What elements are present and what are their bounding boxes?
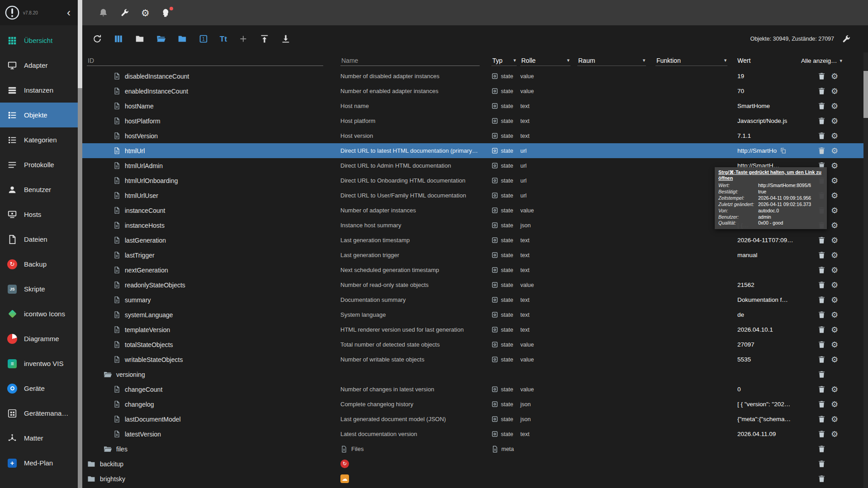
table-row[interactable]: readonlyStateObjectsNumber of read-only … (82, 277, 863, 292)
settings-gear-icon[interactable]: ⚙ (831, 311, 838, 319)
settings-gear-icon[interactable]: ⚙ (831, 326, 838, 334)
sidebar-item-matter[interactable]: Matter (0, 426, 78, 450)
table-scrollbar[interactable] (863, 52, 868, 488)
delete-icon[interactable] (817, 281, 826, 289)
table-row[interactable]: writableStateObjectsNumber of writable s… (82, 352, 863, 367)
table-row[interactable] (82, 486, 863, 488)
delete-icon[interactable] (817, 296, 826, 304)
column-settings-wrench-icon[interactable] (841, 34, 851, 44)
show-names-icon[interactable]: Tt (220, 35, 227, 43)
delete-icon[interactable] (817, 146, 826, 155)
table-row[interactable]: lastGenerationLast generation timestamps… (82, 233, 863, 248)
settings-gear-icon[interactable]: ⚙ (831, 132, 838, 140)
sidebar-item-devicemanager[interactable]: Gerätemanager (0, 401, 78, 426)
delete-icon[interactable] (817, 87, 826, 95)
export-download-icon[interactable] (281, 34, 291, 44)
sidebar-item-devices[interactable]: Geräte (0, 376, 78, 401)
table-row[interactable]: hostPlatformHost platformstatetextJavasc… (82, 113, 863, 128)
settings-gear-icon[interactable]: ⚙ (831, 385, 838, 394)
id-filter-input[interactable] (87, 56, 323, 66)
delete-icon[interactable] (817, 266, 826, 274)
sidebar-item-hosts[interactable]: Hosts (0, 202, 78, 227)
function-filter-select[interactable]: Funktion▾ (656, 56, 727, 66)
table-row[interactable]: totalStateObjectsTotal number of detecte… (82, 337, 863, 352)
settings-gear-icon[interactable]: ⚙ (831, 72, 838, 80)
expand-level-1-icon[interactable]: 1 (198, 34, 208, 44)
table-row[interactable]: templateVersionHTML renderer version use… (82, 322, 863, 337)
assistant-head-icon[interactable] (161, 8, 171, 18)
table-row[interactable]: filesFilesmeta (82, 441, 863, 456)
settings-gear-icon[interactable]: ⚙ (831, 430, 838, 438)
table-row[interactable]: changelogComplete changelog historystate… (82, 397, 863, 412)
scroll-to-top-icon[interactable] (259, 34, 269, 44)
table-row[interactable]: disabledInstanceCountNumber of disabled … (82, 69, 863, 84)
delete-icon[interactable] (817, 117, 826, 125)
sidebar-item-scripts[interactable]: JSSkripte (0, 277, 78, 301)
delete-icon[interactable] (817, 400, 826, 408)
sidebar-item-protocols[interactable]: Protokolle (0, 152, 78, 177)
delete-icon[interactable] (817, 72, 826, 80)
type-filter-select[interactable]: Typ▾ (491, 56, 517, 66)
table-row[interactable]: brightsky☁ (82, 471, 863, 486)
left-scrollbar[interactable] (78, 0, 82, 488)
sidebar-item-objects[interactable]: Objekte (0, 103, 78, 127)
delete-icon[interactable] (817, 370, 826, 379)
table-row[interactable]: enabledInstanceCountNumber of enabled ad… (82, 84, 863, 99)
settings-gear-icon[interactable]: ⚙ (831, 206, 838, 215)
collapse-all-folder-icon[interactable] (135, 34, 145, 44)
delete-icon[interactable] (817, 385, 826, 394)
delete-icon[interactable] (817, 325, 826, 334)
sidebar-item-backup[interactable]: ↻Backup (0, 252, 78, 277)
sidebar-item-instances[interactable]: Instanzen (0, 78, 78, 103)
table-row[interactable]: versioning (82, 367, 863, 382)
settings-gear-icon[interactable]: ⚙ (831, 192, 838, 200)
sidebar-item-inventwo[interactable]: ≡inventwo VIS (0, 351, 78, 376)
settings-gear-icon[interactable]: ⚙ (831, 102, 838, 110)
table-row[interactable]: backitup↻ (82, 456, 863, 471)
sidebar-collapse-button[interactable]: ‹ (64, 7, 73, 18)
columns-icon[interactable] (113, 34, 123, 44)
table-row[interactable]: systemLanguageSystem languagestatetextde… (82, 307, 863, 322)
sidebar-item-user[interactable]: Benutzer (0, 177, 78, 202)
settings-gear-icon[interactable]: ⚙ (831, 341, 838, 349)
sidebar-item-files[interactable]: Dateien (0, 227, 78, 252)
table-row[interactable]: hostVersionHost versionstatetext7.1.1⚙ (82, 128, 863, 143)
folder-view-icon[interactable] (177, 34, 187, 44)
role-filter-select[interactable]: Rolle▾ (520, 56, 571, 66)
delete-icon[interactable] (817, 310, 826, 319)
sidebar-item-adapter[interactable]: Adapter (0, 53, 78, 78)
table-row[interactable]: latestVersionLatest documentation versio… (82, 427, 863, 441)
delete-icon[interactable] (817, 355, 826, 364)
table-row[interactable]: nextGenerationNext scheduled generation … (82, 263, 863, 277)
system-settings-gear-icon[interactable]: ⚙ (141, 8, 150, 18)
settings-gear-icon[interactable]: ⚙ (831, 177, 838, 185)
table-row[interactable]: hostNameHost namestatetextSmartHome⚙ (82, 99, 863, 113)
notifications-bell-icon[interactable] (99, 8, 108, 18)
sidebar-item-grid[interactable]: Übersicht (0, 28, 78, 53)
delete-icon[interactable] (817, 251, 826, 259)
delete-icon[interactable] (817, 445, 826, 453)
table-row[interactable]: lastDocumentModelLast generated document… (82, 412, 863, 427)
host-wrench-icon[interactable] (120, 8, 129, 18)
delete-icon[interactable] (817, 474, 826, 483)
delete-icon[interactable] (817, 102, 826, 110)
room-filter-select[interactable]: Raum▾ (577, 56, 646, 66)
refresh-icon[interactable] (92, 34, 102, 44)
settings-gear-icon[interactable]: ⚙ (831, 296, 838, 304)
name-filter-input[interactable] (340, 56, 480, 66)
table-scrollbar-thumb[interactable] (863, 71, 868, 118)
expand-all-folder-icon[interactable] (156, 34, 166, 44)
table-row[interactable]: changeCountNumber of changes in latest v… (82, 382, 863, 397)
settings-gear-icon[interactable]: ⚙ (831, 147, 838, 155)
delete-icon[interactable] (817, 460, 826, 468)
settings-gear-icon[interactable]: ⚙ (831, 266, 838, 274)
delete-icon[interactable] (817, 236, 826, 244)
settings-gear-icon[interactable]: ⚙ (831, 251, 838, 259)
settings-gear-icon[interactable]: ⚙ (831, 221, 838, 230)
delete-icon[interactable] (817, 340, 826, 349)
table-row[interactable]: htmlUrlDirect URL to latest HTML documen… (82, 143, 863, 158)
settings-gear-icon[interactable]: ⚙ (831, 415, 838, 423)
delete-icon[interactable] (817, 430, 826, 438)
table-row[interactable]: lastTriggerLast generation triggerstatet… (82, 248, 863, 263)
delete-icon[interactable] (817, 131, 826, 140)
